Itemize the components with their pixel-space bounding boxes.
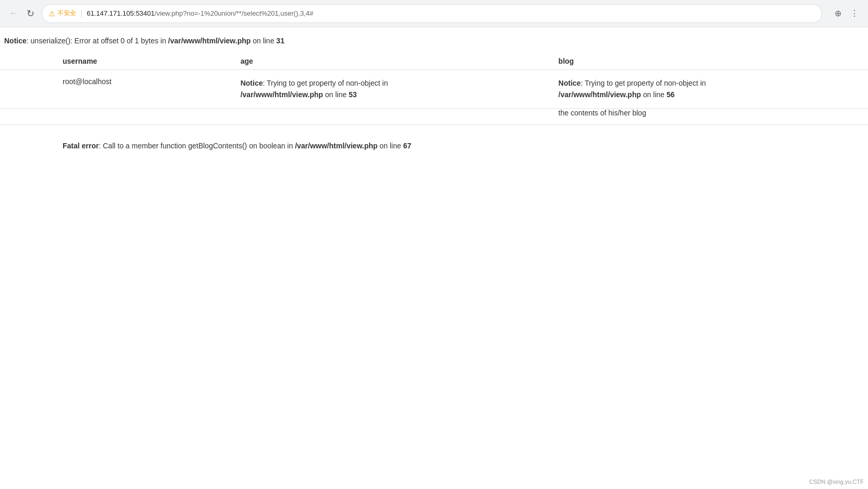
col-header-age: age	[232, 53, 550, 70]
url-display: 61.147.171.105:53401/view.php?no=-1%20un…	[87, 9, 815, 17]
blog-notice-path: /var/www/html/view.php	[558, 90, 641, 99]
blog-notice-text: : Trying to get property of non-object i…	[581, 79, 706, 87]
fatal-error-line-prefix: on line	[377, 142, 403, 150]
nav-buttons: ← ↻	[6, 6, 38, 21]
cell-age-notice: Notice: Trying to get property of non-ob…	[232, 70, 550, 109]
data-table: username age blog root@localhost Notice:…	[0, 53, 868, 125]
age-notice-line-prefix: on line	[323, 90, 349, 99]
url-host: 61.147.171.105:53401	[87, 9, 154, 17]
blog-notice-label: Notice	[558, 79, 581, 87]
warning-icon: ⚠	[49, 9, 55, 18]
table-row: the contents of his/her blog	[0, 108, 868, 124]
security-warning: ⚠ 不安全	[49, 9, 76, 18]
cell-empty-age	[232, 108, 550, 124]
col-header-username: username	[0, 53, 232, 70]
cell-username: root@localhost	[0, 70, 232, 109]
notice-unserialize: Notice: unserialize(): Error at offset 0…	[0, 33, 868, 49]
notice-label: Notice	[4, 37, 27, 45]
fatal-error-section: Fatal error: Call to a member function g…	[0, 125, 868, 158]
fatal-error-label: Fatal error	[63, 142, 99, 150]
age-notice-label: Notice	[241, 79, 263, 87]
zoom-button[interactable]: ⊕	[830, 6, 845, 21]
age-notice-content: Notice: Trying to get property of non-ob…	[241, 77, 542, 101]
col-header-blog: blog	[550, 53, 868, 70]
blog-notice-content: Notice: Trying to get property of non-ob…	[558, 77, 860, 101]
age-notice-line-num: 53	[349, 90, 357, 99]
blog-notice-line-num: 56	[667, 90, 675, 99]
refresh-button[interactable]: ↻	[23, 6, 38, 21]
table-header-row: username age blog	[0, 53, 868, 70]
url-divider: |	[80, 9, 82, 18]
blog-notice-line-prefix: on line	[641, 90, 667, 99]
fatal-error-line-num: 67	[403, 142, 411, 150]
cell-empty-username	[0, 108, 232, 124]
notice-path: /var/www/html/view.php	[168, 37, 251, 45]
browser-actions: ⊕ ⋮	[830, 6, 862, 21]
back-button[interactable]: ←	[6, 6, 21, 21]
browser-chrome: ← ↻ ⚠ 不安全 | 61.147.171.105:53401/view.ph…	[0, 0, 868, 27]
url-path: /view.php?no=-1%20union/**/select%201,us…	[154, 9, 313, 17]
notice-text: : unserialize(): Error at offset 0 of 1 …	[27, 37, 168, 45]
notice-line-prefix: on line	[251, 37, 276, 45]
address-bar[interactable]: ⚠ 不安全 | 61.147.171.105:53401/view.php?no…	[42, 4, 822, 23]
fatal-error-text: : Call to a member function getBlogConte…	[99, 142, 295, 150]
page-content: Notice: unserialize(): Error at offset 0…	[0, 27, 868, 169]
cell-blog-content: the contents of his/her blog	[550, 108, 868, 124]
age-notice-text: : Trying to get property of non-object i…	[263, 79, 388, 87]
more-button[interactable]: ⋮	[847, 6, 862, 21]
age-notice-path: /var/www/html/view.php	[241, 90, 323, 99]
notice-line-num: 31	[276, 37, 284, 45]
fatal-error-path: /var/www/html/view.php	[295, 142, 377, 150]
table-row: root@localhost Notice: Trying to get pro…	[0, 70, 868, 109]
cell-blog-notice: Notice: Trying to get property of non-ob…	[550, 70, 868, 109]
